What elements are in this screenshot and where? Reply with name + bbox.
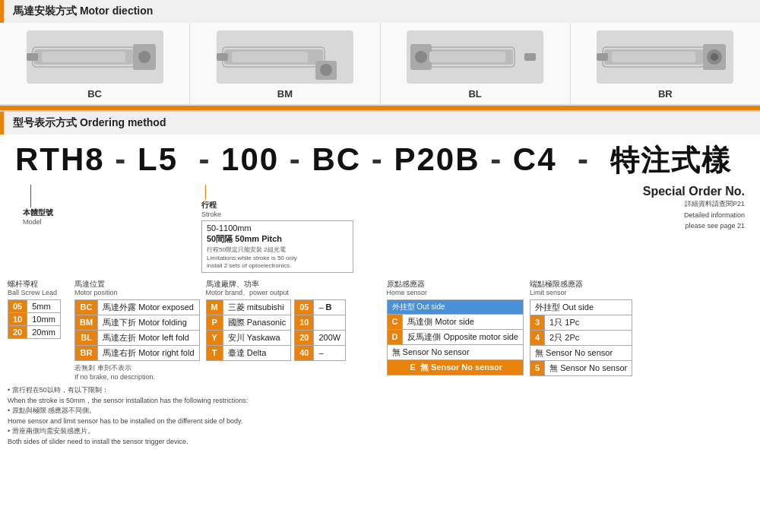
motor-direction-section: 馬達安裝方式 Motor diection BC	[0, 0, 760, 110]
limit-sensor-row: 31只 1Pc	[530, 315, 632, 330]
home-sensor-col: 原點感應器 Home sensor 外挂型 Out sideC馬達側 Motor…	[387, 279, 524, 382]
stroke-label-zh: 行程	[201, 200, 353, 211]
lead-row: 2020mm	[8, 325, 61, 338]
motor-pos-code: BC	[75, 299, 98, 315]
brand-code: M	[206, 299, 223, 315]
motor-pos-code: BR	[75, 345, 98, 360]
home-sensor-header: 外挂型 Out side	[387, 299, 523, 314]
motor-pos-table: BC馬達外露 Motor exposedBM馬達下折 Motor folding…	[74, 299, 200, 361]
motor-label-bm: BM	[277, 88, 293, 100]
power-desc	[314, 315, 346, 330]
limit-sensor-table: 外挂型 Out side31只 1Pc42只 2Pc無 Sensor No se…	[530, 299, 632, 376]
notes-area: • 當行程在50以時，有以下限制： When the stroke is 50m…	[0, 382, 760, 450]
brand-left-table: M三菱 mitsubishiP國際 PanasonicY安川 YaskawaT臺…	[206, 299, 292, 361]
sensor-code: D	[387, 329, 403, 344]
power-code: 40	[295, 345, 314, 360]
limit-sensor-row: 無 Sensor No sensor	[530, 345, 632, 360]
stroke-annotation: 行程 Stroke 50-1100mm 50間隔 50mm Pitch 行程50…	[201, 185, 353, 273]
motor-item-bc: BC	[0, 23, 190, 104]
motor-label-bc: BC	[87, 88, 102, 100]
limit-sensor-header-row: 外挂型 Out side	[530, 299, 632, 315]
motor-pos-title: 馬達位置 Motor position	[74, 279, 200, 298]
motor-pos-desc: 馬達外露 Motor exposed	[98, 299, 199, 315]
note-line: • 原點與極限 感應器不同側。	[8, 406, 752, 416]
brand-right-row: 40–	[295, 345, 346, 360]
screw-lead-title: 螺杆導程 Ball Screw Lead	[8, 279, 68, 298]
brand-desc: 三菱 mitsubishi	[223, 299, 290, 315]
stroke-range: 50-1100mm	[207, 223, 348, 233]
brand-left-row: M三菱 mitsubishi	[206, 299, 291, 315]
stroke-label-en: Stroke	[201, 211, 353, 218]
motor-pos-col: 馬達位置 Motor position BC馬達外露 Motor exposed…	[74, 279, 200, 382]
note-line: When the stroke is 50mm，the sensor insta…	[8, 396, 752, 407]
limit-nolabel: 無 Sensor No sensor	[530, 345, 632, 360]
power-desc: –	[314, 345, 346, 360]
special-order-sub: 詳細資料請查閱P21 Detailed information please s…	[643, 198, 745, 231]
brand-right-table: 05– B1020200W40–	[294, 299, 346, 361]
note-line: Home sensor and limit sensor has to be i…	[8, 416, 752, 427]
lead-value: 10mm	[27, 312, 61, 325]
special-order-title: Special Order No.	[643, 185, 745, 198]
lead-value: 5mm	[27, 299, 61, 312]
motor-img-bm	[217, 30, 353, 84]
power-desc: 200W	[314, 330, 346, 345]
brand-desc: 國際 Panasonic	[223, 315, 290, 330]
home-sensor-row: D反馬達側 Opposite motor side	[387, 329, 523, 344]
power-code: 05	[295, 299, 314, 315]
motor-item-br: BR	[571, 23, 760, 104]
lead-code: 10	[8, 312, 27, 325]
svg-rect-24	[597, 53, 608, 61]
brand-code: P	[206, 315, 223, 330]
part-number-area: RTH8 - L5 - 100 - BC - P20B - C4 - 特注式樣	[0, 135, 760, 177]
brand-right-row: 10	[295, 315, 346, 330]
sensor-desc: 反馬達側 Opposite motor side	[403, 329, 524, 344]
brand-code: Y	[206, 330, 223, 345]
sensor-code: E 無 Sensor No sensor	[387, 359, 523, 375]
svg-point-15	[415, 51, 427, 63]
lead-code: 20	[8, 325, 27, 338]
bottom-tables-area: 螺杆導程 Ball Screw Lead 055mm1010mm2020mm 馬…	[0, 279, 760, 382]
brand-col: 馬達廠牌、功率 Motor brand、power output M三菱 mit…	[206, 279, 381, 382]
lead-code: 05	[8, 299, 27, 312]
ordering-title: 型号表示方式 Ordering method	[13, 116, 166, 128]
motor-pos-desc: 馬達下折 Motor folding	[98, 315, 199, 330]
motor-img-bl	[407, 30, 543, 84]
motor-pos-row: BR馬達右折 Motor right fold	[75, 345, 200, 360]
motor-pos-row: BM馬達下折 Motor folding	[75, 315, 200, 330]
stroke-note: 行程50限定只能安裝 2組光電Limitations while stroke …	[207, 246, 348, 270]
lead-table: 055mm1010mm2020mm	[8, 299, 61, 339]
svg-point-9	[320, 64, 332, 76]
home-sensor-table: 外挂型 Out sideC馬達側 Motor sideD反馬達側 Opposit…	[387, 299, 524, 375]
model-label-en: Model	[23, 218, 53, 226]
lead-value: 20mm	[27, 325, 61, 338]
motor-img-br	[597, 30, 733, 84]
svg-rect-16	[429, 52, 505, 62]
svg-rect-23	[612, 52, 695, 62]
motor-pos-desc: 馬達右折 Motor right fold	[98, 345, 199, 360]
home-sensor-row: C馬達側 Motor side	[387, 314, 523, 329]
power-code: 10	[295, 315, 314, 330]
motor-pos-row: BC馬達外露 Motor exposed	[75, 299, 200, 315]
motor-label-br: BR	[658, 88, 673, 100]
motor-pos-note: 若無剎 車則不表示If no brake, no description.	[74, 363, 200, 382]
brand-title: 馬達廠牌、功率 Motor brand、power output	[206, 279, 381, 298]
ordering-section: 型号表示方式 Ordering method RTH8 - L5 - 100 -…	[0, 112, 760, 450]
brand-tables-inner: M三菱 mitsubishiP國際 PanasonicY安川 YaskawaT臺…	[206, 299, 381, 361]
brand-left-row: Y安川 Yaskawa	[206, 330, 291, 345]
brand-code: T	[206, 345, 223, 360]
motor-img-bc	[27, 30, 163, 84]
brand-desc: 臺達 Delta	[223, 345, 290, 360]
home-sensor-header-row: 外挂型 Out side	[387, 299, 523, 314]
motor-pos-code: BM	[75, 315, 98, 330]
limit-code: 5	[530, 360, 544, 375]
brand-right-row: 05– B	[295, 299, 346, 315]
brand-desc: 安川 Yaskawa	[223, 330, 290, 345]
sensor-code: C	[387, 314, 403, 329]
special-order-annotation: Special Order No. 詳細資料請查閱P21 Detailed in…	[643, 185, 745, 231]
note-line: • 當行程在50以時，有以下限制：	[8, 385, 752, 396]
limit-sensor-row: 5無 Sensor No sensor	[530, 360, 632, 375]
part-number-display: RTH8 - L5 - 100 - BC - P20B - C4 - 特注式樣	[15, 142, 745, 177]
home-sensor-row: 無 Sensor No sensor	[387, 344, 523, 359]
brand-left-row: P國際 Panasonic	[206, 315, 291, 330]
motor-direction-header: 馬達安裝方式 Motor diection	[0, 0, 760, 23]
